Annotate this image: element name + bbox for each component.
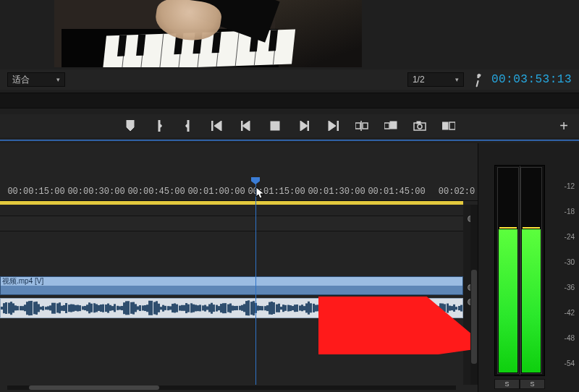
meter-level-fill bbox=[499, 229, 517, 372]
chevron-down-icon: ▾ bbox=[455, 76, 459, 83]
meter-peak-indicator bbox=[523, 227, 540, 229]
transport-toolbar bbox=[0, 114, 579, 137]
preview-frame bbox=[54, 0, 362, 67]
audio-meter-panel: S S -12-18-24-30-36-42-48-54 bbox=[478, 143, 579, 392]
audio-waveform bbox=[1, 299, 462, 318]
ruler-tick-label: 00:01:30:00 bbox=[308, 187, 365, 197]
export-frame-button[interactable] bbox=[413, 119, 427, 133]
db-tick-label: -36 bbox=[565, 284, 575, 291]
ruler-tick-label: 00:01:15:00 bbox=[248, 187, 305, 197]
solo-right-button[interactable]: S bbox=[520, 379, 545, 389]
playback-resolution-dropdown[interactable]: 1/2 ▾ bbox=[407, 72, 464, 87]
step-forward-button[interactable] bbox=[297, 119, 311, 133]
db-tick-label: -54 bbox=[565, 359, 575, 367]
svg-rect-0 bbox=[271, 122, 279, 130]
svg-rect-8 bbox=[442, 122, 448, 129]
ruler-tick-label: 00:02:0 bbox=[439, 187, 475, 197]
svg-rect-4 bbox=[390, 122, 397, 129]
ruler-tick-label: 00:00:30:00 bbox=[67, 187, 124, 197]
db-tick-label: -18 bbox=[565, 208, 575, 216]
comparison-view-button[interactable] bbox=[441, 119, 456, 133]
ruler-tick-label: 00:01:45:00 bbox=[368, 187, 425, 197]
scrollbar-thumb[interactable] bbox=[29, 385, 159, 390]
chevron-down-icon: ▾ bbox=[56, 76, 60, 83]
ruler-tick-label: 00:01:00:00 bbox=[187, 187, 245, 197]
svg-rect-3 bbox=[384, 123, 389, 129]
meter-peak-indicator bbox=[499, 227, 517, 229]
db-tick-label: -42 bbox=[565, 309, 575, 317]
panel-divider bbox=[0, 93, 579, 108]
timeline-vertical-scrollbar[interactable] bbox=[470, 205, 478, 385]
db-scale: -12-18-24-30-36-42-48-54 bbox=[553, 165, 575, 376]
svg-rect-7 bbox=[417, 122, 420, 124]
work-area-bar[interactable] bbox=[0, 201, 463, 205]
scrollbar-thumb[interactable] bbox=[471, 270, 477, 364]
panel-active-indicator bbox=[0, 140, 579, 141]
svg-point-6 bbox=[418, 124, 422, 129]
preview-options-bar: 适合 ▾ 1/2 ▾ 00:03:53:13 bbox=[0, 69, 579, 90]
insert-button[interactable] bbox=[355, 119, 369, 133]
db-tick-label: -30 bbox=[565, 258, 575, 266]
video-track-empty[interactable] bbox=[0, 216, 463, 231]
db-tick-label: -48 bbox=[565, 334, 575, 342]
meter-channel-left bbox=[497, 167, 519, 374]
ruler-tick-label: 00:00:15:00 bbox=[7, 187, 64, 197]
audio-clip[interactable] bbox=[0, 298, 463, 318]
go-to-in-button[interactable] bbox=[210, 119, 224, 133]
audio-meter[interactable] bbox=[494, 165, 545, 376]
zoom-fit-label: 适合 bbox=[12, 74, 30, 86]
play-stop-button[interactable] bbox=[268, 119, 282, 133]
timeline-horizontal-scrollbar[interactable] bbox=[7, 385, 456, 390]
db-tick-label: -12 bbox=[565, 182, 575, 190]
meter-level-fill bbox=[522, 229, 541, 372]
playback-resolution-label: 1/2 bbox=[413, 74, 425, 85]
db-tick-label: -24 bbox=[565, 233, 575, 241]
playhead[interactable] bbox=[255, 178, 256, 385]
clip-label: 视频.mp4 [V] bbox=[1, 277, 462, 286]
timeline-panel: 00:00:15:0000:00:30:0000:00:45:0000:01:0… bbox=[0, 143, 478, 392]
source-timecode[interactable]: 00:03:53:13 bbox=[491, 73, 572, 86]
solo-left-button[interactable]: S bbox=[494, 379, 520, 389]
settings-wrench-icon[interactable] bbox=[469, 71, 487, 89]
svg-rect-9 bbox=[449, 122, 455, 129]
button-editor-plus[interactable]: + bbox=[553, 114, 575, 137]
svg-rect-2 bbox=[363, 123, 368, 129]
ruler-tick-label: 00:00:45:00 bbox=[127, 187, 185, 197]
go-to-out-button[interactable] bbox=[326, 119, 340, 133]
mark-out-button[interactable] bbox=[181, 119, 195, 133]
add-marker-button[interactable] bbox=[123, 119, 138, 133]
zoom-fit-dropdown[interactable]: 适合 ▾ bbox=[7, 72, 65, 87]
time-ruler[interactable]: 00:00:15:0000:00:30:0000:00:45:0000:01:0… bbox=[0, 179, 478, 201]
overwrite-button[interactable] bbox=[384, 119, 398, 133]
meter-channel-right bbox=[520, 167, 542, 374]
mark-in-button[interactable] bbox=[152, 119, 166, 133]
video-clip[interactable]: 视频.mp4 [V] bbox=[0, 276, 463, 295]
step-back-button[interactable] bbox=[239, 119, 253, 133]
program-monitor bbox=[54, 0, 362, 67]
meter-solo-row: S S bbox=[494, 379, 545, 389]
svg-rect-1 bbox=[355, 123, 360, 129]
